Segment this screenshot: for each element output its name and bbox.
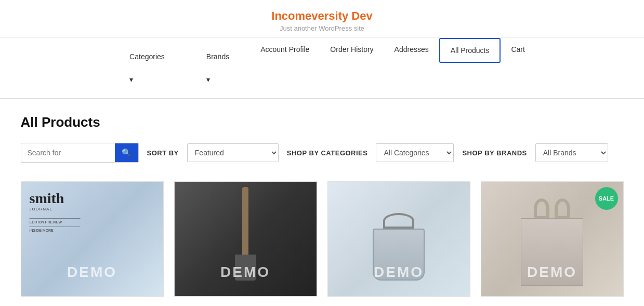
bag-body bbox=[521, 218, 583, 286]
mag-subtitle: JOURNAL bbox=[30, 207, 155, 211]
search-button[interactable]: 🔍 bbox=[115, 143, 138, 162]
product-card-2[interactable]: DEMO bbox=[174, 181, 317, 297]
categories-select[interactable]: All Categories Books Tools Home Garden bbox=[376, 143, 454, 162]
product-image-1: smith JOURNAL —————————————— EDITION PRE… bbox=[21, 182, 163, 296]
nav-label-categories: Categories bbox=[119, 45, 175, 68]
brands-select[interactable]: All Brands Brand A Brand B Brand C bbox=[535, 143, 608, 162]
broom-head bbox=[235, 255, 256, 281]
page-content: All Products 🔍 SORT BY Featured Price: L… bbox=[10, 99, 634, 306]
site-tagline: Just another WordPress site bbox=[0, 24, 644, 32]
nav-item-categories[interactable]: Categories ▾ bbox=[109, 38, 186, 98]
product-image-3: DEMO bbox=[328, 182, 470, 296]
nav-item-brands[interactable]: Brands ▾ bbox=[186, 38, 250, 98]
product-card-3[interactable]: DEMO bbox=[327, 181, 470, 297]
sort-by-label: SORT BY bbox=[147, 149, 179, 157]
search-icon: 🔍 bbox=[122, 148, 132, 157]
bucket-body bbox=[373, 229, 425, 281]
nav-item-all-products[interactable]: All Products bbox=[439, 38, 501, 98]
filter-row: 🔍 SORT BY Featured Price: Low to High Pr… bbox=[21, 143, 624, 163]
mag-line: —————————————— bbox=[30, 224, 155, 228]
bucket-handle bbox=[383, 213, 414, 229]
mag-line: INSIDE MORE bbox=[30, 229, 155, 232]
nav-link-account-profile[interactable]: Account Profile bbox=[250, 38, 320, 61]
nav-link-order-history[interactable]: Order History bbox=[320, 38, 384, 61]
sort-by-select[interactable]: Featured Price: Low to High Price: High … bbox=[187, 143, 279, 162]
mag-line: EDITION PREVIEW bbox=[30, 220, 155, 224]
mag-line: —————————————— bbox=[30, 216, 155, 220]
chevron-down-icon: ▾ bbox=[119, 68, 175, 91]
nav-list: Categories ▾ Brands ▾ Account Profile Or… bbox=[0, 38, 644, 98]
products-grid: smith JOURNAL —————————————— EDITION PRE… bbox=[21, 181, 624, 297]
sale-badge: SALE bbox=[595, 187, 618, 210]
main-nav: Categories ▾ Brands ▾ Account Profile Or… bbox=[0, 38, 644, 99]
bag-handle-right bbox=[555, 198, 570, 219]
search-wrapper: 🔍 bbox=[21, 143, 139, 163]
brands-label: SHOP BY BRANDS bbox=[462, 149, 527, 157]
nav-link-all-products[interactable]: All Products bbox=[439, 38, 501, 63]
nav-item-order-history[interactable]: Order History bbox=[320, 38, 384, 98]
nav-link-addresses[interactable]: Addresses bbox=[384, 38, 439, 61]
product-card-4[interactable]: SALE DEMO bbox=[481, 181, 624, 297]
search-input[interactable] bbox=[21, 144, 115, 162]
page-title: All Products bbox=[21, 114, 624, 130]
mag-lines: —————————————— EDITION PREVIEW —————————… bbox=[30, 216, 155, 233]
nav-item-cart[interactable]: Cart bbox=[501, 38, 535, 98]
site-header: Incomeversity Dev Just another WordPress… bbox=[0, 0, 644, 38]
nav-item-addresses[interactable]: Addresses bbox=[384, 38, 439, 98]
site-title[interactable]: Incomeversity Dev bbox=[271, 9, 372, 22]
product-card-1[interactable]: smith JOURNAL —————————————— EDITION PRE… bbox=[21, 181, 164, 297]
mag-title: smith bbox=[30, 190, 155, 207]
nav-label-brands: Brands bbox=[196, 45, 240, 68]
nav-link-cart[interactable]: Cart bbox=[501, 38, 535, 61]
chevron-down-icon: ▾ bbox=[196, 68, 240, 91]
nav-item-account-profile[interactable]: Account Profile bbox=[250, 38, 320, 98]
magazine-overlay: smith JOURNAL —————————————— EDITION PRE… bbox=[21, 182, 163, 296]
product-image-2: DEMO bbox=[175, 182, 317, 296]
bag-handle-left bbox=[534, 198, 549, 219]
categories-label: SHOP BY CATEGORIES bbox=[287, 149, 368, 157]
